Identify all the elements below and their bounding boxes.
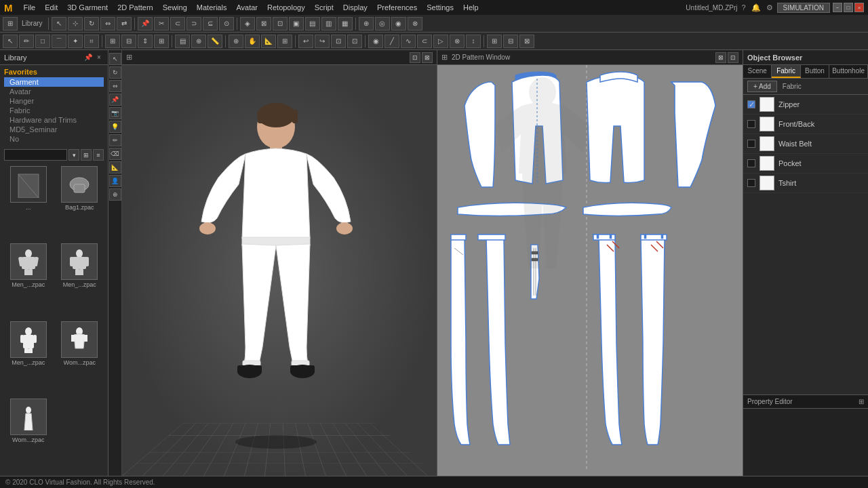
tb2-pan[interactable]: ✋ bbox=[245, 35, 260, 48]
tool-avatar2[interactable]: 👤 bbox=[109, 175, 121, 187]
tb2-more2[interactable]: ⊟ bbox=[503, 35, 518, 48]
sidebar-item-md5seminar[interactable]: MD5_Seminar bbox=[4, 125, 104, 134]
pc-btn1[interactable]: ⊠ bbox=[715, 52, 726, 63]
menu-settings[interactable]: Settings bbox=[422, 2, 458, 13]
tb-sew3[interactable]: ⊃ bbox=[186, 17, 201, 30]
list-item[interactable]: Men_...zpac bbox=[4, 243, 53, 318]
list-item[interactable]: Wom...zpac bbox=[4, 399, 53, 473]
tb-view7[interactable]: ▦ bbox=[338, 17, 353, 30]
menu-retopology[interactable]: Retopology bbox=[263, 2, 309, 13]
tb2-pattern[interactable]: ⊞ bbox=[154, 35, 169, 48]
fabric-checkbox-frontback[interactable] bbox=[747, 120, 755, 128]
tool-light[interactable]: 💡 bbox=[109, 121, 121, 133]
tb2-split[interactable]: ⊟ bbox=[121, 35, 136, 48]
search-input[interactable] bbox=[4, 149, 67, 161]
tab-button[interactable]: Button bbox=[801, 65, 829, 78]
tb2-rect[interactable]: □ bbox=[35, 35, 50, 48]
tb2-grainline[interactable]: ↕ bbox=[466, 35, 481, 48]
tb2-copy[interactable]: ⊡ bbox=[331, 35, 346, 48]
tb-move[interactable]: ↖ bbox=[52, 17, 66, 30]
sidebar-item-avatar[interactable]: Avatar bbox=[4, 87, 104, 96]
fabric-checkbox-zipper[interactable]: ✓ bbox=[747, 100, 755, 108]
sidebar-item-hanger[interactable]: Hanger bbox=[4, 96, 104, 106]
pc-btn2[interactable]: ⊡ bbox=[728, 52, 738, 63]
list-item[interactable]: Bag1.zpac bbox=[56, 166, 104, 241]
tb-sew2[interactable]: ⊂ bbox=[170, 17, 185, 30]
tb2-redo[interactable]: ↪ bbox=[315, 35, 330, 48]
tb2-align[interactable]: ⊞ bbox=[277, 35, 292, 48]
tb2-pen[interactable]: ✏ bbox=[19, 35, 34, 48]
tb-extra2[interactable]: ◎ bbox=[375, 17, 390, 30]
menu-script[interactable]: Script bbox=[311, 2, 338, 13]
tool-camera[interactable]: 📷 bbox=[109, 107, 121, 119]
settings-icon[interactable]: ⚙ bbox=[765, 3, 774, 12]
add-fabric-button[interactable]: + Add bbox=[747, 81, 777, 92]
sort-button[interactable]: ≡ bbox=[93, 149, 104, 161]
tb2-seam[interactable]: ⊂ bbox=[417, 35, 432, 48]
tb-extra4[interactable]: ⊗ bbox=[408, 17, 422, 30]
tb-extra3[interactable]: ◉ bbox=[391, 17, 406, 30]
tb2-dart[interactable]: ▷ bbox=[433, 35, 448, 48]
3d-scene[interactable] bbox=[122, 65, 437, 476]
tb-view1[interactable]: ◈ bbox=[240, 17, 255, 30]
pe-expand-icon[interactable]: ⊞ bbox=[859, 398, 864, 405]
view-toggle-button[interactable]: ⊞ bbox=[81, 149, 92, 161]
tool-move[interactable]: ↖ bbox=[109, 53, 121, 65]
tb2-merge[interactable]: ⊞ bbox=[105, 35, 120, 48]
tb2-notch[interactable]: ⊗ bbox=[450, 35, 465, 48]
tb-sew1[interactable]: ✂ bbox=[154, 17, 169, 30]
search-button[interactable]: ▾ bbox=[68, 149, 79, 161]
menu-3dgarment[interactable]: 3D Garment bbox=[63, 2, 112, 13]
tb-view4[interactable]: ▣ bbox=[289, 17, 304, 30]
tb-extra1[interactable]: ⊕ bbox=[359, 17, 374, 30]
menu-display[interactable]: Display bbox=[339, 2, 372, 13]
tool-scale[interactable]: ⇔ bbox=[109, 80, 121, 92]
simulation-button[interactable]: SIMULATION bbox=[777, 3, 830, 13]
tb-view5[interactable]: ▤ bbox=[305, 17, 320, 30]
toolbar-expand[interactable]: ⊞ bbox=[3, 17, 18, 30]
menu-sewing[interactable]: Sewing bbox=[159, 2, 191, 13]
list-item[interactable]: Men_...zpac bbox=[56, 243, 104, 318]
tool-rotate[interactable]: ↻ bbox=[109, 66, 121, 79]
tb2-bezier[interactable]: ⌒ bbox=[52, 35, 66, 48]
sidebar-item-hardware[interactable]: Hardware and Trims bbox=[4, 115, 104, 125]
tb2-paste[interactable]: ⊡ bbox=[347, 35, 362, 48]
tb-scale[interactable]: ⇔ bbox=[100, 17, 115, 30]
fabric-item-zipper[interactable]: ✓ Zipper bbox=[743, 95, 868, 115]
vc-btn1[interactable]: ⊡ bbox=[410, 52, 420, 63]
tb2-grid[interactable]: ▤ bbox=[175, 35, 190, 48]
tb2-more3[interactable]: ⊠ bbox=[519, 35, 534, 48]
tb-pin[interactable]: 📌 bbox=[138, 17, 153, 30]
menu-edit[interactable]: Edit bbox=[41, 2, 62, 13]
tool-pen[interactable]: ✏ bbox=[109, 134, 121, 146]
fabric-item-waistbelt[interactable]: Waist Belt bbox=[743, 134, 868, 154]
tb2-curve[interactable]: ∿ bbox=[401, 35, 416, 48]
sidebar-item-garment[interactable]: Garment bbox=[4, 77, 104, 87]
tb-view2[interactable]: ⊠ bbox=[256, 17, 271, 30]
fabric-item-tshirt[interactable]: Tshirt bbox=[743, 174, 868, 193]
pattern-expand[interactable]: ⊞ bbox=[441, 53, 448, 62]
sidebar-item-fabric[interactable]: Fabric bbox=[4, 106, 104, 115]
tb2-undo[interactable]: ↩ bbox=[298, 35, 313, 48]
fabric-item-frontback[interactable]: Front/Back bbox=[743, 115, 868, 134]
tb2-knife[interactable]: ⌗ bbox=[84, 35, 99, 48]
menu-avatar[interactable]: Avatar bbox=[232, 2, 262, 13]
tb2-ruler[interactable]: 📏 bbox=[208, 35, 222, 48]
tb2-measure[interactable]: 📐 bbox=[261, 35, 276, 48]
list-item[interactable]: ... bbox=[4, 166, 53, 241]
tb-reset[interactable]: ⊙ bbox=[219, 17, 234, 30]
menu-file[interactable]: File bbox=[20, 2, 40, 13]
tb2-point[interactable]: ◉ bbox=[368, 35, 383, 48]
tb2-edit[interactable]: ✦ bbox=[68, 35, 83, 48]
tb2-zoom[interactable]: ⊕ bbox=[229, 35, 243, 48]
menu-2dpattern[interactable]: 2D Pattern bbox=[113, 2, 157, 13]
menu-preferences[interactable]: Preferences bbox=[373, 2, 421, 13]
panel-pin-icon[interactable]: 📌 bbox=[83, 53, 93, 62]
fabric-checkbox-tshirt[interactable] bbox=[747, 179, 755, 187]
notification-icon[interactable]: 🔔 bbox=[750, 3, 762, 12]
tb-rotate[interactable]: ↻ bbox=[84, 17, 99, 30]
tool-measure[interactable]: 📐 bbox=[109, 161, 121, 174]
tab-scene[interactable]: Scene bbox=[743, 65, 772, 78]
vc-btn2[interactable]: ⊠ bbox=[422, 52, 433, 63]
minimize-button[interactable]: − bbox=[833, 3, 842, 12]
